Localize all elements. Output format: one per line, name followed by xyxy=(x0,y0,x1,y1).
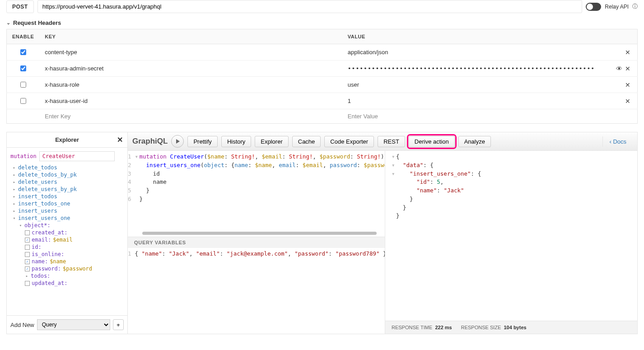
docs-button[interactable]: Docs xyxy=(602,136,633,147)
cache-button[interactable]: Cache xyxy=(292,136,321,147)
tree-node[interactable]: ▸delete_todos xyxy=(12,164,124,171)
play-icon xyxy=(176,139,180,144)
table-row: content-typeapplication/json✕ xyxy=(7,44,638,61)
close-icon[interactable]: ✕ xyxy=(624,65,632,72)
relay-api-toggle[interactable] xyxy=(586,3,601,11)
query-editor[interactable]: 1▾mutation CreateUser($name: String!, $e… xyxy=(128,151,385,237)
enable-checkbox[interactable] xyxy=(20,65,26,71)
rest-button[interactable]: REST xyxy=(378,136,405,147)
col-value: VALUE xyxy=(342,29,638,44)
tree-node[interactable]: ▸delete_todos_by_pk xyxy=(12,171,124,178)
relay-api-label: Relay API xyxy=(605,4,629,10)
op-keyword: mutation xyxy=(10,153,37,159)
col-enable: ENABLE xyxy=(7,29,40,44)
tree-field[interactable]: id: xyxy=(25,243,124,251)
col-key: KEY xyxy=(39,29,342,44)
derive-action-button[interactable]: Derive action xyxy=(409,136,455,147)
add-new-label: Add New xyxy=(10,322,34,328)
header-key[interactable]: x-hasura-admin-secret xyxy=(39,61,342,77)
response-time-value: 222 ms xyxy=(435,325,452,330)
close-icon[interactable]: ✕ xyxy=(624,49,632,56)
tree-field[interactable]: password: $password xyxy=(25,265,124,272)
tree-field[interactable]: ▸todos: xyxy=(25,272,124,280)
enable-checkbox[interactable] xyxy=(20,82,26,88)
analyze-button[interactable]: Analyze xyxy=(458,136,491,147)
horizontal-scrollbar[interactable] xyxy=(142,232,377,235)
tree-field[interactable]: is_online: xyxy=(25,251,124,258)
close-icon[interactable]: ✕ xyxy=(624,81,632,89)
operation-name-input[interactable] xyxy=(39,151,115,161)
tree-node[interactable]: ▸insert_users xyxy=(12,207,124,215)
add-new-select[interactable]: Query xyxy=(37,319,110,330)
explorer-title: Explorer xyxy=(55,136,79,143)
table-row: x-hasura-user-id1✕ xyxy=(7,93,638,109)
add-operation-button[interactable]: + xyxy=(113,319,124,330)
info-icon[interactable]: ⓘ xyxy=(632,3,638,10)
chevron-down-icon: ⌄ xyxy=(6,20,10,26)
code-exporter-button[interactable]: Code Exporter xyxy=(324,136,374,147)
request-headers-table: ENABLE KEY VALUE content-typeapplication… xyxy=(6,29,638,124)
header-key[interactable]: x-hasura-role xyxy=(39,77,342,93)
request-headers-title: Request Headers xyxy=(13,19,61,26)
tree-field[interactable]: name: $name xyxy=(25,258,124,265)
history-button[interactable]: History xyxy=(221,136,251,147)
header-value[interactable]: ••••••••••••••••••••••••••••••••••••••••… xyxy=(342,61,609,77)
enable-checkbox[interactable] xyxy=(20,49,26,55)
table-row: Enter KeyEnter Value xyxy=(7,109,638,124)
explorer-button[interactable]: Explorer xyxy=(255,136,288,147)
response-size-value: 104 bytes xyxy=(504,325,526,330)
graphiql-title: GraphiQL xyxy=(132,137,168,146)
http-method-label: POST xyxy=(6,0,34,13)
header-value[interactable]: application/json xyxy=(342,44,609,61)
header-value-placeholder[interactable]: Enter Value xyxy=(348,113,378,120)
tree-node[interactable]: ▸insert_todos xyxy=(12,193,124,200)
table-row: x-hasura-admin-secret•••••••••••••••••••… xyxy=(7,61,638,77)
query-variables-toggle[interactable]: QUERY VARIABLES xyxy=(128,237,385,248)
eye-icon[interactable]: 👁 xyxy=(615,65,624,72)
response-size-label: RESPONSE SIZE xyxy=(461,325,501,330)
prettify-button[interactable]: Prettify xyxy=(187,136,217,147)
header-key[interactable]: content-type xyxy=(39,44,342,61)
header-value[interactable]: 1 xyxy=(342,93,609,109)
table-row: x-hasura-roleuser✕ xyxy=(7,77,638,93)
variables-editor[interactable]: 1{ "name": "Jack", "email": "jack@exampl… xyxy=(128,248,385,334)
header-key-placeholder[interactable]: Enter Key xyxy=(45,113,70,120)
response-time-label: RESPONSE TIME xyxy=(392,325,432,330)
endpoint-url-input[interactable] xyxy=(37,0,583,13)
tree-node[interactable]: ▸delete_users xyxy=(12,178,124,186)
tree-node[interactable]: ▸insert_todos_one xyxy=(12,200,124,207)
tree-node-open[interactable]: ▾insert_users_one xyxy=(12,215,124,222)
close-icon[interactable]: ✕ xyxy=(117,135,123,144)
result-viewer: ▾{▾ "data": {▾ "insert_users_one": { "id… xyxy=(385,151,637,321)
tree-field[interactable]: email: $email xyxy=(25,236,124,243)
close-icon[interactable]: ✕ xyxy=(624,98,632,105)
header-value[interactable]: user xyxy=(342,77,609,93)
tree-field[interactable]: updated_at: xyxy=(25,280,124,287)
header-key[interactable]: x-hasura-user-id xyxy=(39,93,342,109)
explorer-pane: Explorer ✕ mutation ▸delete_todos▸delete… xyxy=(7,132,128,334)
request-headers-toggle[interactable]: ⌄ Request Headers xyxy=(6,19,638,26)
tree-field[interactable]: created_at: xyxy=(25,229,124,236)
tree-arg-group[interactable]: ▾object*: xyxy=(19,222,124,229)
enable-checkbox[interactable] xyxy=(20,98,26,104)
tree-node[interactable]: ▸delete_users_by_pk xyxy=(12,186,124,193)
execute-button[interactable] xyxy=(171,135,184,148)
